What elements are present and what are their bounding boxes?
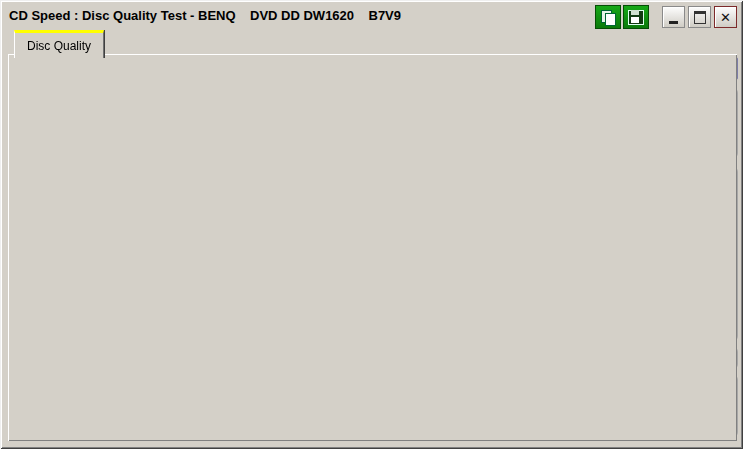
tab-disc-quality[interactable]: Disc Quality bbox=[14, 30, 104, 58]
minimize-button[interactable] bbox=[662, 6, 685, 28]
minimize-glyph bbox=[669, 21, 678, 24]
window-title: CD Speed : Disc Quality Test - BENQ DVD … bbox=[3, 8, 401, 23]
app-window: CD Speed : Disc Quality Test - BENQ DVD … bbox=[0, 0, 743, 449]
copy-icon[interactable] bbox=[595, 5, 621, 29]
tab-label: Disc Quality bbox=[27, 39, 91, 53]
titlebar-buttons: ✕ bbox=[595, 5, 737, 29]
save-icon[interactable] bbox=[623, 5, 649, 29]
main-panel bbox=[8, 54, 737, 441]
floppy-label bbox=[631, 17, 639, 23]
maximize-button[interactable] bbox=[688, 6, 711, 28]
copy-sheet-front bbox=[605, 13, 616, 26]
title-bar[interactable]: CD Speed : Disc Quality Test - BENQ DVD … bbox=[3, 3, 740, 27]
close-button[interactable]: ✕ bbox=[714, 6, 737, 28]
floppy-shutter bbox=[631, 10, 639, 15]
maximize-glyph bbox=[694, 11, 706, 24]
